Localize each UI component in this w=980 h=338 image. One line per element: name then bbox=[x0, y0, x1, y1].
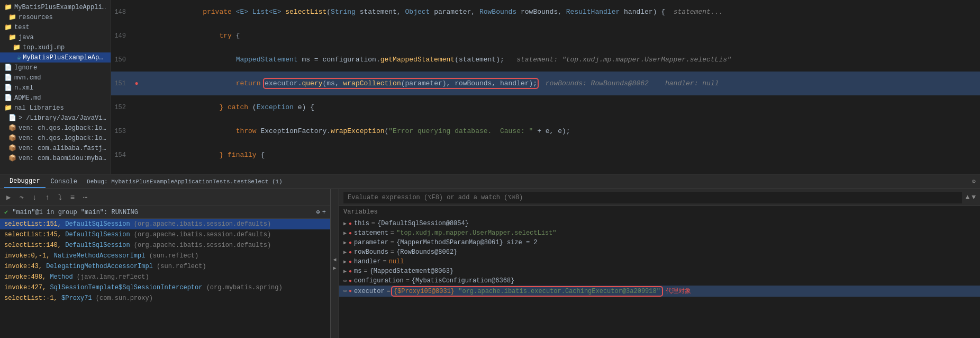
code-line-155: 155 ErrorContext.instance().reset(); bbox=[111, 167, 980, 174]
sidebar-item-test-class[interactable]: ☕MyBatisPlusExampleApplicationTe... bbox=[0, 52, 111, 63]
debugger-body: ▶ ↷ ↓ ↑ ⤵ ≡ ⋯ ✔ "main"@1 in group "main"… bbox=[0, 189, 980, 338]
scroll-up-icon[interactable]: ▲ bbox=[965, 193, 969, 201]
scroll-icons: ▲ ▼ bbox=[965, 193, 976, 201]
code-line-151: 151 ● return executor.query(ms, wrapColl… bbox=[111, 72, 980, 95]
sidebar-item-xml[interactable]: 📄n.xml bbox=[0, 83, 111, 93]
code-line-149: 149 try { bbox=[111, 24, 980, 48]
frame-item-7[interactable]: selectList:-1, $Proxy71 (com.sun.proxy) bbox=[0, 293, 330, 304]
add-watch-icon[interactable]: + bbox=[322, 209, 326, 216]
code-line-152: 152 } catch (Exception e) { bbox=[111, 95, 980, 119]
session-label: Debug: MybatisPlusExampleApplicationTest… bbox=[87, 179, 283, 185]
collapse-icon[interactable]: ◀ bbox=[333, 256, 336, 263]
code-editor: 148 private <E> List<E> selectList(Strin… bbox=[111, 0, 980, 174]
var-this[interactable]: ▶ ● this = {DefaultSqlSession@8054} bbox=[339, 219, 980, 228]
frames-list: selectList:151, DefaultSqlSession (org.a… bbox=[0, 219, 330, 338]
proxy-annotation: 代理对象 bbox=[666, 287, 691, 296]
code-line-150: 150 MappedStatement ms = configuration.g… bbox=[111, 48, 980, 72]
var-handler[interactable]: ▶ ● handler = null bbox=[339, 257, 980, 266]
frame-item-3[interactable]: invoke:0,-1, NativeMethodAccessorImpl (s… bbox=[0, 251, 330, 261]
debugger-tab-bar: Debugger Console Debug: MybatisPlusExamp… bbox=[0, 174, 980, 189]
frame-item-6[interactable]: invoke:427, SqlSessionTemplate$SqlSessio… bbox=[0, 282, 330, 293]
var-ms[interactable]: ▶ ● ms = {MappedStatement@8063} bbox=[339, 266, 980, 276]
variables-header-label: Variables bbox=[339, 206, 980, 218]
run-to-cursor-button[interactable]: ⤵ bbox=[56, 192, 64, 203]
code-line-153: 153 throw ExceptionFactory.wrapException… bbox=[111, 119, 980, 143]
var-configuration[interactable]: ∞ ● configuration = {MybatisConfiguratio… bbox=[339, 276, 980, 286]
frames-panel: ▶ ↷ ↓ ↑ ⤵ ≡ ⋯ ✔ "main"@1 in group "main"… bbox=[0, 189, 331, 338]
scroll-down-icon[interactable]: ▼ bbox=[972, 193, 976, 201]
sidebar-item-test[interactable]: 📁test bbox=[0, 22, 111, 32]
code-line-154: 154 } finally { bbox=[111, 143, 980, 167]
code-table: 148 private <E> List<E> selectList(Strin… bbox=[111, 0, 980, 174]
running-indicator: ✔ bbox=[4, 208, 8, 216]
variables-toolbar: ▲ ▼ bbox=[339, 189, 980, 206]
frames-toolbar: ▶ ↷ ↓ ↑ ⤵ ≡ ⋯ bbox=[0, 189, 330, 206]
sidebar-item-ignore[interactable]: 📄Ignore bbox=[0, 63, 111, 73]
variables-panel: ▲ ▼ Variables ▶ ● this = {DefaultSqlSess… bbox=[339, 189, 980, 338]
sidebar-item-java[interactable]: 📁java bbox=[0, 32, 111, 42]
tab-console[interactable]: Console bbox=[46, 176, 83, 188]
expand-icon[interactable]: ▶ bbox=[333, 265, 336, 271]
sidebar-item-ext-lib[interactable]: 📁nal Libraries bbox=[0, 103, 111, 113]
filter-icon[interactable]: ⊕ bbox=[316, 208, 320, 216]
evaluate-button[interactable]: ≡ bbox=[68, 192, 77, 203]
sidebar-item-readme[interactable]: 📄ADME.md bbox=[0, 93, 111, 103]
sidebar-item-fastjson[interactable]: 📦ven: com.alibaba.fastjson2:fastjson2:2.… bbox=[0, 143, 111, 153]
frame-item-1[interactable]: selectList:145, DefaultSqlSession (org.a… bbox=[0, 229, 330, 240]
sidebar-item-mvn[interactable]: 📄mvn.cmd bbox=[0, 73, 111, 83]
sidebar-item-resources[interactable]: 📁resources bbox=[0, 12, 111, 22]
panel-divider: ◀ ▶ bbox=[331, 189, 339, 338]
more-button[interactable]: ⋯ bbox=[81, 192, 89, 203]
sidebar: 📁MyBatisPlusExampleApplication 📁resource… bbox=[0, 0, 111, 174]
frame-item-5[interactable]: invoke:498, Method (java.lang.reflect) bbox=[0, 272, 330, 282]
tab-debugger[interactable]: Debugger bbox=[4, 175, 46, 188]
var-rowbounds[interactable]: ▶ ● rowBounds = {RowBounds@8062} bbox=[339, 247, 980, 257]
debugger-area: Debugger Console Debug: MybatisPlusExamp… bbox=[0, 174, 980, 338]
frame-item-4[interactable]: invoke:43, DelegatingMethodAccessorImpl … bbox=[0, 261, 330, 272]
thread-name: "main"@1 in group "main": RUNNING bbox=[12, 209, 138, 216]
resume-button[interactable]: ▶ bbox=[4, 192, 13, 203]
frame-item-0[interactable]: selectList:151, DefaultSqlSession (org.a… bbox=[0, 219, 330, 229]
sidebar-item-mybatis-plus[interactable]: 📦ven: com.baomidou:mybatis-plus:3.5.1 bbox=[0, 153, 111, 163]
settings-icon[interactable]: ⚙ bbox=[972, 177, 976, 185]
var-executor[interactable]: ∞ ● executor = {$Proxy105@8031} "org.apa… bbox=[339, 286, 980, 297]
sidebar-item-logback-core[interactable]: 📦ven: ch.qos.logback:logback-core:1.2.11 bbox=[0, 133, 111, 143]
sidebar-item-app[interactable]: 📁MyBatisPlusExampleApplication bbox=[0, 2, 111, 12]
var-statement[interactable]: ▶ ● statement = "top.xudj.mp.mapper.User… bbox=[339, 228, 980, 238]
variables-list: ▶ ● this = {DefaultSqlSession@8054} ▶ ● … bbox=[339, 218, 980, 338]
sidebar-item-logback-classic[interactable]: 📦ven: ch.qos.logback:logback-classic:1.2… bbox=[0, 123, 111, 133]
thread-header: ✔ "main"@1 in group "main": RUNNING ⊕ + bbox=[0, 206, 330, 219]
var-parameter[interactable]: ▶ ● parameter = {MapperMethod$ParamMap@8… bbox=[339, 238, 980, 247]
evaluate-input[interactable] bbox=[343, 192, 962, 203]
step-out-button[interactable]: ↑ bbox=[43, 192, 51, 203]
sidebar-item-jdk[interactable]: 📄> /Library/Java/JavaVirtualMachines/jdk… bbox=[0, 113, 111, 123]
frame-item-2[interactable]: selectList:140, DefaultSqlSession (org.a… bbox=[0, 240, 330, 251]
sidebar-item-package[interactable]: 📁top.xudj.mp bbox=[0, 42, 111, 52]
code-line-148: 148 private <E> List<E> selectList(Strin… bbox=[111, 0, 980, 24]
step-into-button[interactable]: ↓ bbox=[30, 192, 39, 203]
step-over-button[interactable]: ↷ bbox=[17, 192, 25, 203]
